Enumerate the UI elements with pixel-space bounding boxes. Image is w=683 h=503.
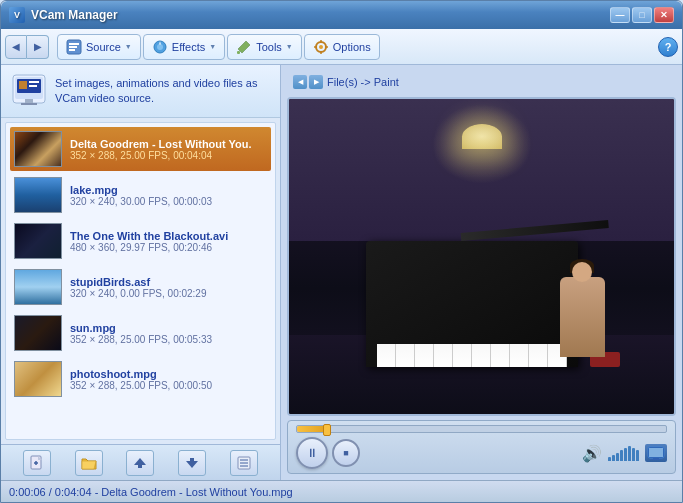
tools-dropdown-arrow: ▼ — [286, 43, 293, 50]
volume-bar-4 — [624, 448, 627, 461]
svg-rect-2 — [69, 46, 77, 48]
file-item-1[interactable]: lake.mpg 320 × 240, 30.00 FPS, 00:00:03 — [10, 173, 271, 217]
open-folder-button[interactable] — [75, 450, 103, 476]
tools-button[interactable]: Tools ▼ — [227, 34, 302, 60]
file-item-2[interactable]: The One With the Blackout.avi 480 × 360,… — [10, 219, 271, 263]
minimize-button[interactable]: — — [610, 7, 630, 23]
breadcrumb-forward[interactable]: ▶ — [309, 75, 323, 89]
status-text: 0:00:06 / 0:04:04 - Delta Goodrem - Lost… — [9, 486, 293, 498]
file-list[interactable]: Delta Goodrem - Lost Without You. 352 × … — [5, 122, 276, 440]
file-info-4: 352 × 288, 25.00 FPS, 00:05:33 — [70, 334, 267, 345]
file-item-4[interactable]: sun.mpg 352 × 288, 25.00 FPS, 00:05:33 — [10, 311, 271, 355]
file-name-1: lake.mpg — [70, 184, 267, 196]
video-lamp — [462, 124, 502, 174]
volume-icon[interactable]: 🔊 — [582, 444, 602, 463]
stop-button[interactable]: ■ — [332, 439, 360, 467]
volume-bar-6 — [632, 448, 635, 461]
volume-bar-7 — [636, 450, 639, 461]
options-label: Options — [333, 41, 371, 53]
options-icon — [313, 39, 329, 55]
playback-buttons: ⏸ ■ — [296, 437, 360, 469]
volume-bar-3 — [620, 450, 623, 461]
figure — [560, 277, 605, 357]
move-down-icon — [185, 456, 199, 470]
tools-icon — [236, 39, 252, 55]
move-up-button[interactable] — [126, 450, 154, 476]
forward-button[interactable]: ▶ — [27, 35, 49, 59]
file-thumb-4 — [14, 315, 62, 351]
title-bar-left: V VCam Manager — [9, 7, 118, 23]
list-view-icon — [237, 456, 251, 470]
open-folder-icon — [81, 456, 97, 470]
file-info-0: 352 × 288, 25.00 FPS, 00:04:04 — [70, 150, 267, 161]
info-text: Set images, animations and video files a… — [55, 76, 270, 107]
window-controls: — □ ✕ — [610, 7, 674, 23]
file-details-5: photoshoot.mpg 352 × 288, 25.00 FPS, 00:… — [70, 368, 267, 391]
file-thumb-2 — [14, 223, 62, 259]
breadcrumb-nav: ◀ ▶ — [293, 75, 323, 89]
video-player — [287, 97, 676, 416]
toolbar: ◀ ▶ Source ▼ Effects ▼ Tools ▼ — [1, 29, 682, 65]
svg-rect-21 — [138, 465, 142, 468]
volume-bar-2 — [616, 453, 619, 461]
progress-bar[interactable] — [296, 425, 667, 433]
volume-bars[interactable] — [608, 445, 639, 461]
volume-bar-5 — [628, 446, 631, 461]
effects-icon — [152, 39, 168, 55]
file-name-2: The One With the Blackout.avi — [70, 230, 267, 242]
vcam-info-icon — [11, 73, 47, 109]
options-button[interactable]: Options — [304, 34, 380, 60]
list-view-button[interactable] — [230, 450, 258, 476]
source-dropdown-arrow: ▼ — [125, 43, 132, 50]
svg-point-5 — [157, 44, 163, 50]
back-button[interactable]: ◀ — [5, 35, 27, 59]
svg-rect-15 — [25, 99, 33, 103]
app-icon: V — [9, 7, 25, 23]
file-item-5[interactable]: photoshoot.mpg 352 × 288, 25.00 FPS, 00:… — [10, 357, 271, 401]
monitor-button[interactable] — [645, 444, 667, 462]
file-info-3: 320 × 240, 0.00 FPS, 00:02:29 — [70, 288, 267, 299]
left-panel: Set images, animations and video files a… — [1, 65, 281, 480]
svg-rect-12 — [19, 81, 27, 89]
close-button[interactable]: ✕ — [654, 7, 674, 23]
help-button[interactable]: ? — [658, 37, 678, 57]
move-down-button[interactable] — [178, 450, 206, 476]
file-thumb-5 — [14, 361, 62, 397]
file-info-2: 480 × 360, 29.97 FPS, 00:20:46 — [70, 242, 267, 253]
source-icon — [66, 39, 82, 55]
tools-label: Tools — [256, 41, 282, 53]
right-controls: 🔊 — [582, 444, 667, 463]
effects-button[interactable]: Effects ▼ — [143, 34, 225, 60]
nav-buttons: ◀ ▶ — [5, 35, 49, 59]
piano-body — [366, 241, 578, 367]
svg-rect-31 — [651, 459, 661, 460]
volume-bar-1 — [612, 455, 615, 461]
main-area: Set images, animations and video files a… — [1, 65, 682, 480]
controls-row: ⏸ ■ 🔊 — [296, 437, 667, 469]
pause-button[interactable]: ⏸ — [296, 437, 328, 469]
file-info-5: 352 × 288, 25.00 FPS, 00:00:50 — [70, 380, 267, 391]
svg-marker-22 — [186, 461, 198, 468]
breadcrumb-back[interactable]: ◀ — [293, 75, 307, 89]
file-details-1: lake.mpg 320 × 240, 30.00 FPS, 00:00:03 — [70, 184, 267, 207]
maximize-button[interactable]: □ — [632, 7, 652, 23]
svg-marker-20 — [134, 458, 146, 465]
add-file-icon — [29, 455, 45, 471]
file-details-4: sun.mpg 352 × 288, 25.00 FPS, 00:05:33 — [70, 322, 267, 345]
file-name-4: sun.mpg — [70, 322, 267, 334]
file-info-1: 320 × 240, 30.00 FPS, 00:00:03 — [70, 196, 267, 207]
file-details-2: The One With the Blackout.avi 480 × 360,… — [70, 230, 267, 253]
file-item-0[interactable]: Delta Goodrem - Lost Without You. 352 × … — [10, 127, 271, 171]
add-file-button[interactable] — [23, 450, 51, 476]
file-details-3: stupidBirds.asf 320 × 240, 0.00 FPS, 00:… — [70, 276, 267, 299]
file-thumb-0 — [14, 131, 62, 167]
main-window: V VCam Manager — □ ✕ ◀ ▶ Source ▼ Effect… — [0, 0, 683, 503]
file-thumb-1 — [14, 177, 62, 213]
file-name-5: photoshoot.mpg — [70, 368, 267, 380]
source-button[interactable]: Source ▼ — [57, 34, 141, 60]
svg-rect-3 — [69, 49, 75, 51]
svg-rect-14 — [29, 85, 37, 87]
svg-rect-13 — [29, 81, 39, 83]
effects-label: Effects — [172, 41, 205, 53]
file-item-3[interactable]: stupidBirds.asf 320 × 240, 0.00 FPS, 00:… — [10, 265, 271, 309]
